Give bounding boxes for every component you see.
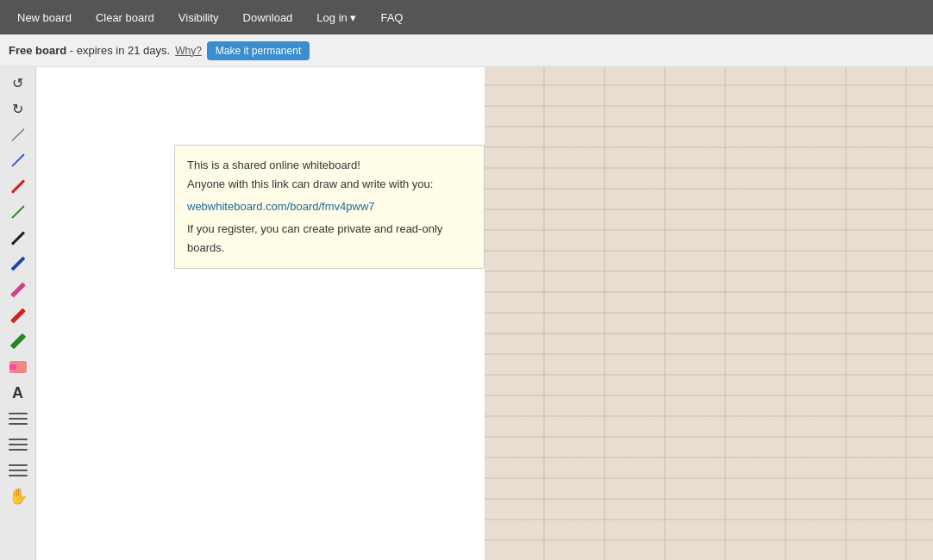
register-note: If you register, you can create private … <box>187 222 442 254</box>
lines-1-icon <box>9 411 28 426</box>
undo-icon: ↺ <box>12 75 23 91</box>
red-thick-pen-icon <box>10 308 26 323</box>
blue-pen-button[interactable] <box>4 252 32 276</box>
free-board-label: Free board <box>9 44 66 57</box>
toolbar: ↺ ↻ <box>0 67 36 560</box>
black-pen-icon <box>10 231 24 245</box>
faq-button[interactable]: FAQ <box>370 8 413 28</box>
text-tool-button[interactable]: A <box>4 381 32 405</box>
visibility-button[interactable]: Visibility <box>168 8 229 28</box>
download-button[interactable]: Download <box>233 8 304 28</box>
green-pencil-button[interactable] <box>4 200 32 224</box>
clear-board-button[interactable]: Clear board <box>85 8 165 28</box>
new-board-button[interactable]: New board <box>7 8 82 28</box>
eraser-icon <box>9 361 27 373</box>
undo-button[interactable]: ↺ <box>4 71 32 95</box>
pan-tool-button[interactable]: ✋ <box>4 484 32 508</box>
why-link[interactable]: Why? <box>175 45 202 57</box>
blue-pen-icon <box>10 257 25 271</box>
banner-text: Free board - expires in 21 days. <box>9 44 170 57</box>
eraser-button[interactable] <box>4 355 32 379</box>
login-button[interactable]: Log in ▾ <box>306 8 366 28</box>
medium-blue-pencil-button[interactable] <box>4 148 32 172</box>
navbar: New board Clear board Visibility Downloa… <box>0 0 933 34</box>
make-permanent-button[interactable]: Make it permanent <box>207 41 310 60</box>
info-box: This is a shared online whiteboard! Anyo… <box>174 145 485 269</box>
info-line2: Anyone with this link can draw and write… <box>187 175 472 194</box>
red-pencil-icon <box>10 179 24 193</box>
banner: Free board - expires in 21 days. Why? Ma… <box>0 34 933 67</box>
redo-button[interactable]: ↻ <box>4 96 32 121</box>
info-line1: This is a shared online whiteboard! <box>187 156 472 175</box>
green-thick-pen-button[interactable] <box>4 329 32 353</box>
board-link[interactable]: webwhiteboard.com/board/fmv4pww7 <box>187 200 375 213</box>
thin-pencil-icon <box>11 128 24 141</box>
lines-tool-3-button[interactable] <box>4 458 32 482</box>
pink-pen-button[interactable] <box>4 277 32 302</box>
hand-icon: ✋ <box>9 487 28 506</box>
expires-text: - expires in 21 days. <box>66 44 170 57</box>
redo-icon: ↻ <box>12 101 23 117</box>
canvas-area[interactable]: This is a shared online whiteboard! Anyo… <box>36 67 933 560</box>
main-area: ↺ ↻ <box>0 67 933 560</box>
brick-wall-decoration <box>485 67 933 560</box>
green-pencil-icon <box>11 205 25 219</box>
red-pencil-button[interactable] <box>4 174 32 198</box>
lines-2-icon <box>9 437 28 452</box>
lines-3-icon <box>9 463 28 478</box>
text-icon: A <box>12 384 23 402</box>
lines-tool-2-button[interactable] <box>4 432 32 457</box>
red-thick-pen-button[interactable] <box>4 303 32 327</box>
lines-tool-1-button[interactable] <box>4 407 32 431</box>
black-pen-button[interactable] <box>4 226 32 250</box>
medium-blue-pencil-icon <box>11 153 25 167</box>
green-thick-pen-icon <box>9 333 25 349</box>
thin-pencil-button[interactable] <box>4 122 32 146</box>
pink-pen-icon <box>10 282 26 297</box>
